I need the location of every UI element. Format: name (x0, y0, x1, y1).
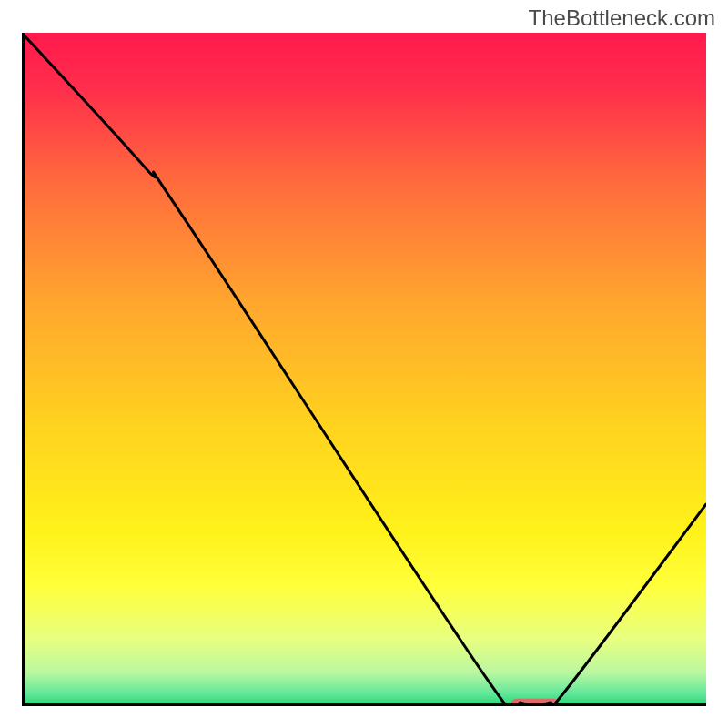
watermark-text: TheBottleneck.com (529, 5, 715, 31)
gradient-background (22, 33, 706, 706)
chart-area (22, 33, 706, 706)
chart-container: TheBottleneck.com (0, 0, 728, 728)
chart-svg (22, 33, 706, 706)
